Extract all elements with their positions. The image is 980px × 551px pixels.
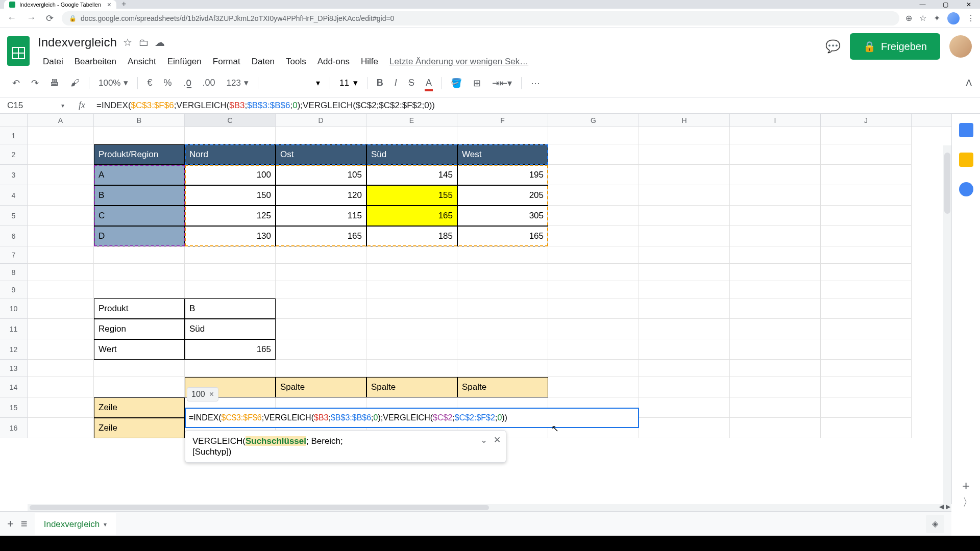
cell[interactable] bbox=[639, 319, 730, 339]
cell[interactable] bbox=[276, 298, 366, 319]
font-family-select[interactable]: ▾ bbox=[263, 76, 325, 90]
cell[interactable] bbox=[185, 246, 276, 264]
cell[interactable] bbox=[94, 377, 185, 397]
cell[interactable]: Spalte bbox=[366, 377, 457, 397]
new-tab-button[interactable]: + bbox=[116, 0, 131, 9]
cell[interactable] bbox=[366, 298, 457, 319]
cell[interactable] bbox=[639, 144, 730, 165]
extensions-icon[interactable]: ✦ bbox=[934, 13, 940, 23]
row-header[interactable]: 7 bbox=[0, 246, 28, 264]
vscroll-thumb[interactable] bbox=[944, 153, 950, 214]
cell[interactable]: 305 bbox=[457, 206, 548, 226]
forward-button[interactable]: → bbox=[24, 11, 38, 26]
cell[interactable] bbox=[457, 360, 548, 377]
menu-tools[interactable]: Tools bbox=[281, 55, 311, 69]
cell[interactable] bbox=[548, 298, 639, 319]
cell[interactable]: Produkt/Region bbox=[94, 144, 185, 165]
cell[interactable] bbox=[276, 339, 366, 360]
formula-bar[interactable]: =INDEX($C$3:$F$6;VERGLEICH($B3;$B$3:$B$6… bbox=[92, 100, 980, 111]
col-header-e[interactable]: E bbox=[366, 114, 457, 127]
cell[interactable]: Zeile bbox=[94, 418, 185, 438]
cell[interactable] bbox=[28, 264, 94, 281]
cell[interactable] bbox=[639, 127, 730, 144]
expand-help-icon[interactable]: ⌄ bbox=[480, 435, 487, 445]
currency-button[interactable]: € bbox=[143, 74, 156, 91]
cell[interactable]: 130 bbox=[185, 226, 276, 246]
cell[interactable] bbox=[457, 246, 548, 264]
cell[interactable]: 165 bbox=[276, 226, 366, 246]
number-format-select[interactable]: 123▾ bbox=[223, 76, 253, 90]
horizontal-scrollbar[interactable] bbox=[28, 504, 943, 511]
cell[interactable] bbox=[28, 319, 94, 339]
scroll-right-icon[interactable]: ▶ bbox=[946, 503, 950, 510]
cell[interactable] bbox=[548, 339, 639, 360]
cell[interactable] bbox=[28, 360, 94, 377]
cell[interactable] bbox=[821, 264, 912, 281]
cell[interactable]: A bbox=[94, 165, 185, 185]
cell[interactable] bbox=[366, 319, 457, 339]
cell[interactable] bbox=[639, 339, 730, 360]
cell[interactable] bbox=[730, 144, 821, 165]
cell[interactable]: Nord bbox=[185, 144, 276, 165]
row-header[interactable]: 8 bbox=[0, 264, 28, 281]
cell[interactable] bbox=[730, 339, 821, 360]
star-icon[interactable]: ☆ bbox=[919, 13, 926, 23]
cell[interactable] bbox=[28, 246, 94, 264]
cell[interactable] bbox=[730, 360, 821, 377]
cell[interactable] bbox=[457, 298, 548, 319]
cell[interactable] bbox=[639, 165, 730, 185]
cell[interactable] bbox=[639, 360, 730, 377]
row-header[interactable]: 1 bbox=[0, 127, 28, 144]
cell[interactable] bbox=[548, 165, 639, 185]
cell[interactable] bbox=[94, 281, 185, 298]
cell[interactable] bbox=[730, 319, 821, 339]
cell[interactable] bbox=[28, 418, 94, 438]
col-header-c[interactable]: C bbox=[185, 114, 276, 127]
col-header-a[interactable]: A bbox=[28, 114, 94, 127]
add-sheet-button[interactable]: + bbox=[7, 517, 14, 531]
menu-bearbeiten[interactable]: Bearbeiten bbox=[69, 55, 121, 69]
share-button[interactable]: 🔒 Freigeben bbox=[850, 33, 940, 60]
font-size-select[interactable]: 11 ▾ bbox=[335, 76, 362, 90]
cloud-status-icon[interactable]: ☁ bbox=[155, 36, 165, 48]
cell[interactable] bbox=[457, 264, 548, 281]
cell[interactable] bbox=[821, 144, 912, 165]
cell[interactable] bbox=[639, 397, 730, 418]
cell[interactable] bbox=[457, 339, 548, 360]
menu-datei[interactable]: Datei bbox=[38, 55, 68, 69]
move-doc-icon[interactable]: 🗀 bbox=[138, 37, 149, 48]
menu-addons[interactable]: Add-ons bbox=[312, 55, 355, 69]
row-header[interactable]: 5 bbox=[0, 206, 28, 226]
strikethrough-button[interactable]: S bbox=[404, 74, 419, 91]
menu-icon[interactable]: ⋮ bbox=[967, 13, 975, 23]
cell[interactable]: 105 bbox=[276, 165, 366, 185]
cell[interactable] bbox=[639, 246, 730, 264]
zoom-icon[interactable]: ⊕ bbox=[905, 13, 912, 23]
cell[interactable] bbox=[639, 418, 730, 438]
text-color-button[interactable]: A bbox=[422, 74, 436, 91]
cell[interactable] bbox=[28, 144, 94, 165]
cell[interactable]: 125 bbox=[185, 206, 276, 226]
col-header-j[interactable]: J bbox=[821, 114, 912, 127]
select-all-corner[interactable] bbox=[0, 114, 28, 127]
cell-editor[interactable]: =INDEX($C$3:$F$6;VERGLEICH($B3;$B$3:$B$6… bbox=[185, 408, 639, 428]
close-result-icon[interactable]: × bbox=[209, 390, 214, 399]
cell[interactable] bbox=[548, 206, 639, 226]
scroll-left-icon[interactable]: ◀ bbox=[939, 503, 944, 510]
cell[interactable] bbox=[821, 206, 912, 226]
col-header-d[interactable]: D bbox=[276, 114, 366, 127]
cell[interactable] bbox=[457, 127, 548, 144]
cell[interactable]: Spalte bbox=[457, 377, 548, 397]
cell[interactable] bbox=[28, 127, 94, 144]
close-tab-icon[interactable]: × bbox=[107, 1, 111, 9]
collapse-toolbar-button[interactable]: ᐱ bbox=[966, 78, 972, 89]
sheets-logo[interactable] bbox=[5, 33, 32, 69]
hscroll-thumb[interactable] bbox=[30, 505, 489, 510]
cell[interactable] bbox=[28, 339, 94, 360]
col-header-h[interactable]: H bbox=[639, 114, 730, 127]
cell[interactable] bbox=[276, 246, 366, 264]
cell[interactable] bbox=[94, 246, 185, 264]
calendar-icon[interactable] bbox=[959, 123, 973, 137]
back-button[interactable]: ← bbox=[5, 11, 18, 26]
all-sheets-button[interactable]: ≡ bbox=[21, 517, 28, 531]
